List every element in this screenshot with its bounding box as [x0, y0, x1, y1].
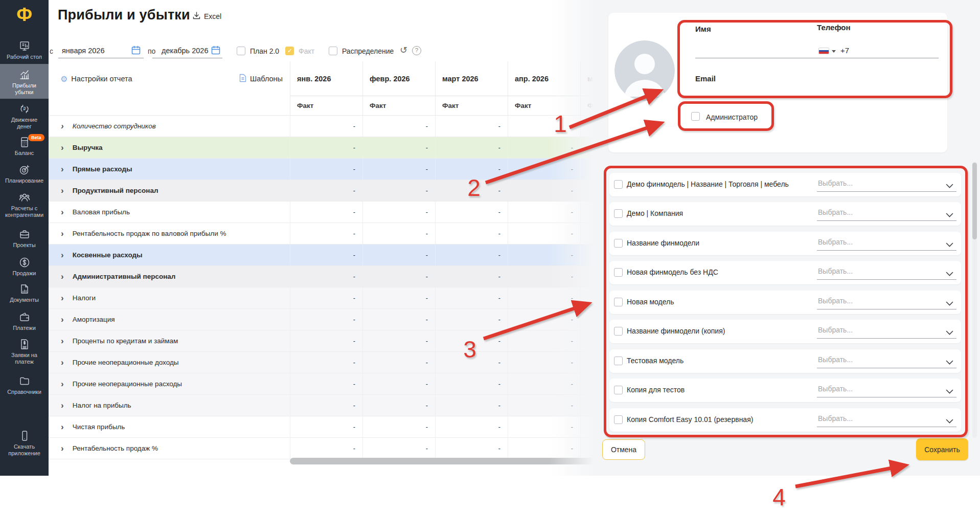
- chevron-down-icon: [946, 240, 953, 249]
- finmodel-checkbox[interactable]: [614, 415, 623, 424]
- undo-icon[interactable]: ↺: [400, 46, 407, 55]
- table-cell: -: [435, 309, 508, 330]
- sidebar-item-desktop[interactable]: Рабочий стол: [0, 40, 49, 60]
- date-to-underline: [152, 58, 222, 58]
- role-select[interactable]: Выбрать...: [817, 264, 956, 280]
- desktop-icon: [0, 40, 49, 52]
- chevron-right-icon[interactable]: ›: [61, 294, 64, 302]
- finmodel-label: Демо финмодель | Название | Торговля | м…: [627, 180, 789, 188]
- table-cell: -: [362, 266, 435, 287]
- table-cell: -: [362, 373, 435, 394]
- finmodel-checkbox[interactable]: [614, 327, 623, 336]
- table-cell: -: [290, 395, 362, 416]
- chevron-right-icon[interactable]: ›: [61, 315, 64, 324]
- role-select[interactable]: Выбрать...: [817, 411, 956, 427]
- row-label: Амортизация: [73, 316, 115, 323]
- finmodel-label: Копия Comfort Easy 10.01 (резервная): [627, 415, 753, 424]
- excel-export-button[interactable]: Excel: [192, 11, 221, 21]
- role-select[interactable]: Выбрать...: [817, 235, 956, 251]
- finmodel-checkbox[interactable]: [614, 268, 623, 277]
- chevron-down-icon: [946, 299, 953, 308]
- table-cell: -: [290, 287, 362, 308]
- finmodel-checkbox[interactable]: [614, 357, 623, 365]
- cancel-button[interactable]: Отмена: [602, 439, 645, 460]
- finmodel-checkbox[interactable]: [614, 180, 623, 189]
- table-cell: -: [290, 159, 362, 180]
- role-select[interactable]: Выбрать...: [817, 323, 956, 339]
- chevron-right-icon[interactable]: ›: [61, 401, 64, 410]
- chevron-right-icon[interactable]: ›: [61, 272, 64, 281]
- row-label: Продуктивный персонал: [73, 187, 158, 194]
- table-cell: -: [435, 202, 508, 223]
- table-cell: -: [290, 416, 362, 437]
- row-label: Проценты по кредитам и займам: [73, 337, 178, 345]
- role-select[interactable]: Выбрать...: [817, 176, 956, 192]
- chevron-right-icon[interactable]: ›: [61, 444, 64, 453]
- finmodel-label: Название финмодели (копия): [627, 327, 725, 335]
- plan-checkbox[interactable]: [237, 47, 245, 55]
- finmodel-label: Новая финмодель без НДС: [627, 268, 718, 276]
- horizontal-scrollbar[interactable]: [290, 458, 594, 464]
- finmodel-checkbox[interactable]: [614, 239, 623, 248]
- date-from-value[interactable]: января 2026: [62, 47, 105, 55]
- app-logo[interactable]: Ф: [0, 4, 49, 26]
- chevron-right-icon[interactable]: ›: [61, 380, 64, 388]
- chevron-right-icon[interactable]: ›: [61, 165, 64, 173]
- help-icon[interactable]: ?: [412, 46, 421, 55]
- save-button[interactable]: Сохранить: [916, 438, 968, 460]
- report-settings-button[interactable]: ⚙ Настройки отчета: [60, 74, 132, 84]
- chevron-right-icon[interactable]: ›: [61, 423, 64, 431]
- chevron-right-icon[interactable]: ›: [61, 208, 64, 216]
- admin-checkbox[interactable]: [691, 112, 700, 121]
- row-label: Рентабельность продаж %: [73, 445, 158, 452]
- distribution-checkbox[interactable]: [329, 47, 337, 55]
- table-cell: -: [290, 202, 362, 223]
- row-label: Прочие неоперационные доходы: [73, 359, 179, 366]
- chevron-right-icon[interactable]: ›: [61, 358, 64, 367]
- column-header[interactable]: февр. 2026: [362, 61, 435, 96]
- finmodel-list-item: Демо финмодель | Название | Торговля | м…: [609, 173, 961, 196]
- finmodel-checkbox[interactable]: [614, 298, 623, 306]
- role-select[interactable]: Выбрать...: [817, 294, 956, 309]
- finmodel-checkbox[interactable]: [614, 386, 623, 394]
- chevron-right-icon[interactable]: ›: [61, 186, 64, 195]
- subcolumn-header: Факт: [290, 96, 362, 116]
- annotation-number-4: 4: [772, 484, 786, 510]
- fact-checkbox[interactable]: [285, 47, 294, 55]
- table-cell: -: [290, 309, 362, 330]
- vertical-scrollbar[interactable]: [972, 163, 977, 239]
- chevron-down-icon: [946, 181, 953, 190]
- table-cell: -: [362, 330, 435, 351]
- country-flag-icon[interactable]: [818, 48, 829, 54]
- chevron-right-icon[interactable]: ›: [61, 251, 64, 259]
- calendar-icon[interactable]: [131, 45, 141, 57]
- calendar-icon[interactable]: [211, 45, 221, 57]
- phone-prefix: +7: [840, 46, 849, 55]
- finmodel-checkbox[interactable]: [614, 209, 623, 218]
- templates-button[interactable]: Шаблоны: [239, 74, 283, 84]
- row-label: Налог на прибыль: [73, 402, 131, 409]
- table-cell: -: [290, 266, 362, 287]
- phone-input[interactable]: [816, 58, 939, 58]
- column-header[interactable]: янв. 2026: [290, 61, 362, 96]
- overlay-fade: [550, 0, 594, 476]
- chevron-right-icon[interactable]: ›: [61, 337, 64, 345]
- date-to-value[interactable]: декабрь 2026: [162, 47, 208, 55]
- table-cell: -: [290, 137, 362, 158]
- table-cell: -: [362, 116, 435, 137]
- table-cell: -: [290, 223, 362, 244]
- finmodel-label: Копия для тестов: [627, 386, 685, 394]
- chevron-right-icon[interactable]: ›: [61, 229, 64, 238]
- row-label: Количество сотрудников: [73, 122, 156, 130]
- app-window: Ф Рабочий стол Прибыли убытки ₽ Движение…: [0, 0, 980, 511]
- table-cell: -: [435, 373, 508, 394]
- page-title: Прибыли и убытки: [58, 7, 190, 23]
- role-select[interactable]: Выбрать...: [817, 205, 956, 221]
- role-select[interactable]: Выбрать...: [817, 382, 956, 397]
- column-header[interactable]: март 2026: [435, 61, 508, 96]
- table-cell: -: [435, 116, 508, 137]
- chevron-right-icon[interactable]: ›: [61, 122, 64, 130]
- finmodel-label: Тестовая модель: [627, 357, 683, 365]
- chevron-right-icon[interactable]: ›: [61, 143, 64, 152]
- role-select[interactable]: Выбрать...: [817, 352, 956, 368]
